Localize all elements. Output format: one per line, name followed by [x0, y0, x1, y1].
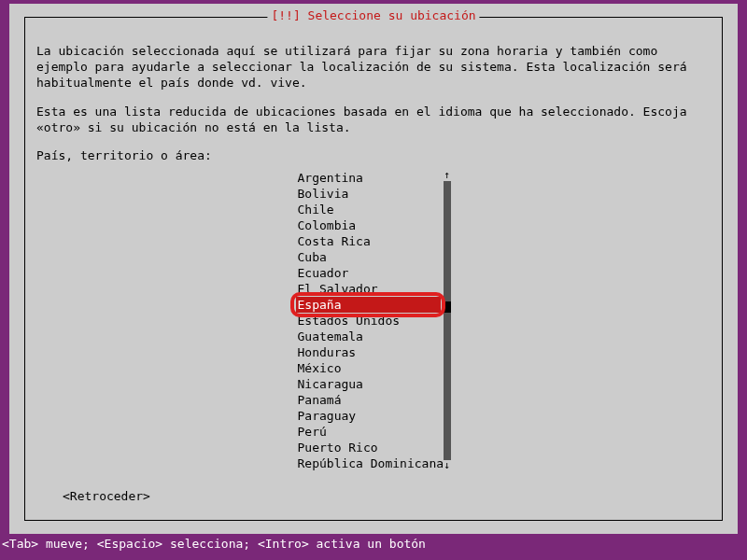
list-item[interactable]: México [296, 360, 441, 376]
description-2: Esta es una lista reducida de ubicacione… [36, 105, 711, 136]
list-item[interactable]: Panamá [296, 392, 441, 408]
scroll-thumb-2[interactable] [444, 313, 451, 460]
installer-dialog-frame: [!!] Seleccione su ubicación La ubicació… [9, 4, 738, 534]
scroll-track[interactable] [444, 181, 451, 460]
back-button[interactable]: <Retroceder> [63, 489, 150, 503]
prompt-label: País, territorio o área: [36, 148, 711, 164]
list-item[interactable]: República Dominicana [296, 455, 441, 471]
description-1: La ubicación seleccionada aquí se utiliz… [36, 44, 711, 91]
list-item[interactable]: El Salvador [296, 281, 441, 297]
list-item[interactable]: Honduras [296, 344, 441, 360]
list-item[interactable]: Cuba [296, 249, 441, 265]
country-list-area: ArgentinaBoliviaChileColombiaCosta RicaC… [36, 170, 711, 471]
list-item[interactable]: España [296, 297, 441, 313]
dialog-content: La ubicación seleccionada aquí se utiliz… [25, 18, 722, 483]
scroll-down-arrow-icon[interactable]: ↓ [444, 460, 450, 471]
scroll-thumb-gap [444, 301, 451, 313]
list-item[interactable]: Puerto Rico [296, 440, 441, 455]
scroll-thumb[interactable] [444, 181, 451, 301]
status-bar: <Tab> mueve; <Espacio> selecciona; <Intr… [0, 537, 747, 551]
country-list[interactable]: ArgentinaBoliviaChileColombiaCosta RicaC… [296, 170, 441, 471]
scroll-up-arrow-icon[interactable]: ↑ [444, 170, 450, 181]
dialog-title: [!!] Seleccione su ubicación [267, 8, 479, 22]
list-item[interactable]: Chile [296, 202, 441, 217]
dialog-border: [!!] Seleccione su ubicación La ubicació… [24, 17, 723, 521]
list-item[interactable]: Argentina [296, 170, 441, 186]
list-item[interactable]: Nicaragua [296, 376, 441, 392]
list-item[interactable]: Paraguay [296, 408, 441, 424]
list-item[interactable]: Guatemala [296, 329, 441, 344]
country-list-wrap: ArgentinaBoliviaChileColombiaCosta RicaC… [296, 170, 452, 471]
list-item[interactable]: Perú [296, 424, 441, 440]
scrollbar[interactable]: ↑ ↓ [443, 170, 452, 471]
list-item[interactable]: Bolivia [296, 186, 441, 202]
list-item[interactable]: Ecuador [296, 265, 441, 281]
list-item[interactable]: Colombia [296, 217, 441, 233]
list-item[interactable]: Costa Rica [296, 233, 441, 249]
list-item[interactable]: Estados Unidos [296, 313, 441, 329]
